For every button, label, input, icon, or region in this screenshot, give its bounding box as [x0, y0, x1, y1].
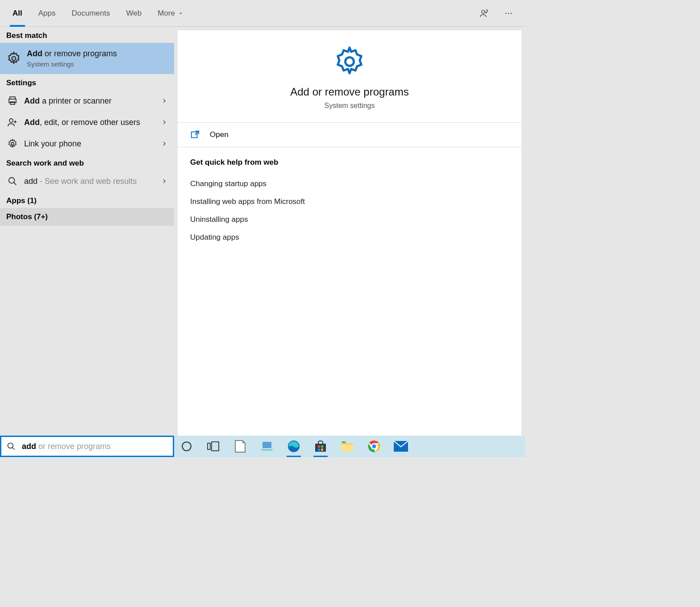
chevron-down-icon — [178, 10, 184, 17]
apps-collapse[interactable]: Apps (1) — [0, 192, 174, 208]
svg-point-1 — [505, 12, 507, 14]
svg-point-8 — [9, 119, 13, 122]
svg-rect-12 — [192, 132, 197, 138]
result-link-phone[interactable]: Link your phone — [0, 133, 174, 154]
tab-apps[interactable]: Apps — [30, 0, 64, 27]
tab-web[interactable]: Web — [118, 0, 150, 27]
help-section: Get quick help from web Changing startup… — [178, 147, 521, 457]
taskbar-app-chrome[interactable] — [366, 438, 382, 454]
taskbar-app-laptop[interactable] — [259, 438, 275, 454]
svg-rect-25 — [342, 441, 346, 443]
svg-point-3 — [511, 12, 512, 14]
svg-rect-22 — [318, 449, 320, 451]
help-link[interactable]: Changing startup apps — [190, 175, 509, 193]
tab-more[interactable]: More — [150, 0, 192, 27]
svg-point-4 — [12, 57, 16, 61]
help-link[interactable]: Installing web apps from Microsoft — [190, 193, 509, 211]
svg-point-13 — [8, 443, 13, 449]
help-header: Get quick help from web — [190, 158, 509, 167]
preview-subtitle: System settings — [325, 102, 375, 110]
chevron-right-icon — [161, 97, 168, 104]
svg-rect-15 — [208, 443, 210, 449]
result-best-match[interactable]: Add or remove programs System settings — [0, 43, 174, 74]
cortana-icon[interactable] — [179, 438, 195, 454]
results-list: Best match Add or remove programs System… — [0, 27, 174, 457]
gear-icon — [6, 137, 19, 150]
tab-all[interactable]: All — [4, 0, 30, 27]
chevron-right-icon — [161, 178, 168, 185]
gear-icon — [6, 51, 21, 66]
photos-collapse[interactable]: Photos (7+) — [0, 208, 174, 226]
svg-rect-24 — [342, 445, 353, 451]
open-action[interactable]: Open — [178, 123, 521, 147]
gear-icon — [333, 46, 366, 78]
svg-point-14 — [182, 442, 191, 451]
result-add-users[interactable]: Add, edit, or remove other users — [0, 112, 174, 133]
preview-card: Add or remove programs System settings — [178, 30, 521, 123]
chevron-right-icon — [161, 119, 168, 126]
svg-point-28 — [372, 445, 376, 449]
svg-point-10 — [9, 178, 15, 183]
open-icon — [190, 130, 200, 140]
result-add-printer[interactable]: Add a printer or scanner — [0, 90, 174, 112]
task-view-icon[interactable] — [205, 438, 221, 454]
search-input[interactable]: add or remove programs — [0, 436, 174, 457]
taskbar-app-libreoffice[interactable] — [232, 438, 248, 454]
taskbar-app-mail[interactable] — [393, 438, 409, 454]
preview-title: Add or remove programs — [290, 86, 408, 98]
feedback-icon[interactable] — [475, 4, 494, 23]
taskbar-app-explorer[interactable] — [339, 438, 355, 454]
svg-rect-20 — [318, 445, 320, 448]
chevron-right-icon — [161, 140, 168, 147]
tab-documents[interactable]: Documents — [63, 0, 118, 27]
taskbar-app-store[interactable] — [312, 438, 329, 454]
user-plus-icon — [6, 116, 19, 129]
search-icon — [7, 442, 16, 451]
web-header: Search work and web — [0, 154, 174, 170]
svg-rect-21 — [321, 445, 323, 448]
preview-panel: Add or remove programs System settings O… — [174, 27, 525, 457]
taskbar-app-edge[interactable] — [286, 438, 302, 454]
settings-header: Settings — [0, 74, 174, 90]
svg-rect-19 — [315, 444, 326, 452]
svg-rect-23 — [321, 449, 323, 451]
help-link[interactable]: Updating apps — [190, 229, 509, 246]
svg-point-9 — [11, 142, 14, 145]
printer-icon — [6, 95, 19, 107]
svg-point-11 — [345, 57, 354, 66]
svg-rect-7 — [10, 102, 15, 104]
svg-point-2 — [508, 12, 509, 14]
more-options-icon[interactable] — [499, 4, 518, 23]
svg-rect-16 — [212, 442, 219, 451]
help-link[interactable]: Uninstalling apps — [190, 211, 509, 229]
best-match-header: Best match — [0, 27, 174, 43]
filter-tabs: All Apps Documents Web More — [0, 0, 525, 27]
taskbar — [174, 436, 525, 457]
result-web-search[interactable]: add - See work and web results — [0, 170, 174, 192]
search-icon — [6, 175, 19, 187]
